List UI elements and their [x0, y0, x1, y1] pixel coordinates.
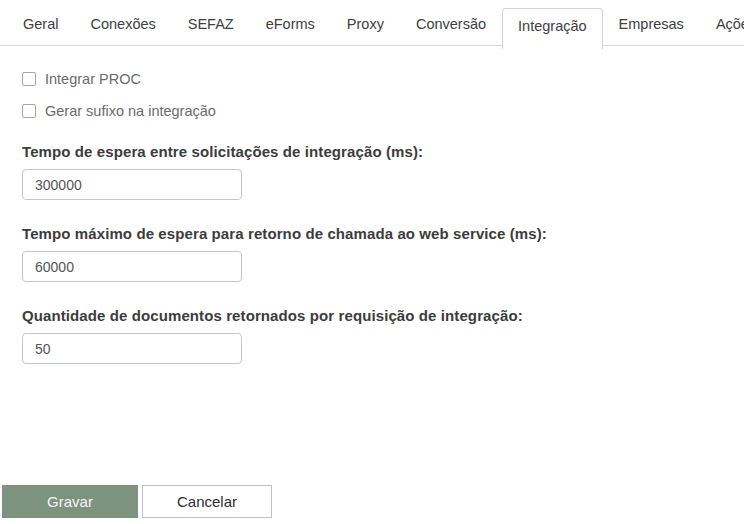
cancel-button[interactable]: Cancelar: [142, 485, 272, 518]
tempo-espera-group: Tempo de espera entre solicitações de in…: [22, 143, 722, 200]
integrar-proc-checkbox[interactable]: [22, 72, 36, 86]
quantidade-documentos-input[interactable]: [22, 333, 242, 364]
gerar-sufixo-row: Gerar sufixo na integração: [22, 103, 722, 118]
tempo-maximo-group: Tempo máximo de espera para retorno de c…: [22, 225, 722, 282]
gerar-sufixo-label: Gerar sufixo na integração: [45, 103, 216, 119]
gerar-sufixo-checkbox[interactable]: [22, 104, 36, 118]
tempo-maximo-label: Tempo máximo de espera para retorno de c…: [22, 225, 722, 242]
tempo-espera-label: Tempo de espera entre solicitações de in…: [22, 143, 722, 160]
tab-eforms[interactable]: eForms: [250, 6, 331, 45]
tab-acoes[interactable]: Ações: [700, 6, 744, 45]
tab-proxy[interactable]: Proxy: [331, 6, 400, 45]
integration-settings-panel: Integrar PROC Gerar sufixo na integração…: [0, 46, 744, 364]
tempo-espera-input[interactable]: [22, 169, 242, 200]
tab-integracao[interactable]: Integração: [502, 8, 603, 49]
integrar-proc-label: Integrar PROC: [45, 71, 141, 87]
tab-sefaz[interactable]: SEFAZ: [172, 6, 250, 45]
quantidade-documentos-label: Quantidade de documentos retornados por …: [22, 307, 722, 324]
quantidade-documentos-group: Quantidade de documentos retornados por …: [22, 307, 722, 364]
tab-conversao[interactable]: Conversão: [400, 6, 502, 45]
tempo-maximo-input[interactable]: [22, 251, 242, 282]
tab-conexoes[interactable]: Conexões: [74, 6, 171, 45]
integrar-proc-row: Integrar PROC: [22, 71, 722, 86]
tab-geral[interactable]: Geral: [7, 6, 74, 45]
tab-empresas[interactable]: Empresas: [603, 6, 700, 45]
settings-tab-bar: Geral Conexões SEFAZ eForms Proxy Conver…: [0, 0, 744, 46]
save-button[interactable]: Gravar: [2, 485, 138, 518]
form-actions: Gravar Cancelar: [2, 485, 272, 518]
